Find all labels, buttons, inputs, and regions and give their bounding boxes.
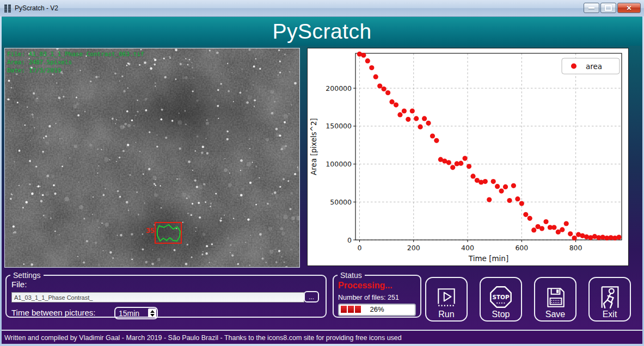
app-icon: [4, 4, 11, 13]
interval-spinner-buttons[interactable]: [148, 308, 156, 318]
save-button-label: Save: [545, 310, 565, 319]
status-group-label: Status: [338, 271, 365, 280]
maximize-button[interactable]: [600, 3, 616, 13]
maximize-icon: [605, 5, 612, 11]
interval-label: Time between pictures:: [11, 308, 96, 317]
exit-icon: [598, 285, 622, 309]
svg-text:800: 800: [569, 244, 582, 252]
svg-text:STOP: STOP: [492, 294, 510, 300]
close-button[interactable]: ✕: [617, 3, 641, 13]
action-button-row: Run STOP Stop Save: [425, 277, 631, 322]
svg-text:200000: 200000: [326, 84, 352, 92]
svg-text:400: 400: [461, 244, 474, 252]
image-overlay-text: File: A1_03_1_1_Phase Contrast_063.tif A…: [7, 50, 144, 75]
spinner-down-icon[interactable]: [150, 314, 155, 317]
overlay-file-line: File: A1_03_1_1_Phase Contrast_063.tif: [7, 50, 144, 58]
chart-panel: 0200400600800050000100000150000200000Tim…: [307, 48, 629, 266]
credit-text: Written and compiled by Vladimir Gaal - …: [4, 334, 402, 342]
window-border-left: [0, 16, 2, 346]
run-icon: [435, 286, 458, 309]
browse-button[interactable]: ...: [304, 291, 319, 302]
svg-text:0: 0: [357, 244, 361, 252]
run-button-label: Run: [438, 310, 454, 319]
window-title: PyScratch - V2: [15, 4, 58, 12]
interval-spinner[interactable]: 15min: [114, 307, 158, 319]
stop-button-label: Stop: [492, 310, 510, 319]
settings-group: Settings File: ... Time between pictures…: [5, 271, 327, 318]
window-border-bottom: [0, 344, 644, 346]
save-icon: [544, 286, 567, 309]
status-group: Status Processing... Number of files: 25…: [333, 271, 421, 318]
file-count-text: Number of files: 251: [338, 294, 399, 301]
svg-text:Area [pixels^2]: Area [pixels^2]: [309, 118, 318, 175]
svg-text:150000: 150000: [326, 122, 352, 130]
processing-status-text: Processing...: [338, 281, 392, 291]
close-icon: ✕: [626, 5, 631, 11]
svg-text:Time [min]: Time [min]: [468, 254, 508, 263]
svg-text:200: 200: [407, 244, 420, 252]
progress-bar: 26%: [338, 304, 416, 316]
scratch-roi: 35: [145, 218, 191, 248]
minimize-icon: [588, 7, 594, 9]
settings-group-label: Settings: [10, 271, 44, 280]
file-input[interactable]: [11, 292, 304, 302]
spinner-up-icon[interactable]: [150, 310, 155, 313]
roi-contour: [157, 225, 180, 241]
overlay-area-line: Area: 2487.5pixels: [7, 58, 144, 66]
area-chart: 0200400600800050000100000150000200000Tim…: [308, 48, 628, 265]
save-button[interactable]: Save: [534, 277, 576, 322]
svg-text:0: 0: [347, 236, 352, 244]
svg-text:area: area: [586, 62, 602, 71]
stop-icon: STOP: [489, 285, 513, 309]
app-window: PyScratch - V2 ✕ PyScratch: [0, 0, 644, 346]
title-bar[interactable]: PyScratch - V2 ✕: [0, 0, 644, 17]
roi-label: 35: [146, 226, 155, 234]
interval-value: 15min: [115, 309, 148, 318]
svg-text:100000: 100000: [326, 160, 352, 168]
microscopy-image: File: A1_03_1_1_Phase Contrast_063.tif A…: [4, 48, 300, 268]
exit-button[interactable]: Exit: [588, 277, 631, 322]
svg-text:50000: 50000: [330, 198, 352, 206]
minimize-button[interactable]: [584, 3, 599, 13]
page-title: PyScratch: [272, 20, 371, 44]
overlay-date-line: Date: 17/3/2019: [7, 66, 144, 75]
exit-button-label: Exit: [603, 310, 617, 319]
file-label: File:: [11, 280, 27, 289]
footer-bar: Written and compiled by Vladimir Gaal - …: [0, 330, 644, 344]
run-button[interactable]: Run: [425, 277, 468, 322]
app-header: PyScratch: [0, 17, 644, 46]
stop-button[interactable]: STOP Stop: [480, 277, 522, 322]
progress-percent: 26%: [339, 305, 415, 313]
svg-text:600: 600: [515, 244, 528, 252]
